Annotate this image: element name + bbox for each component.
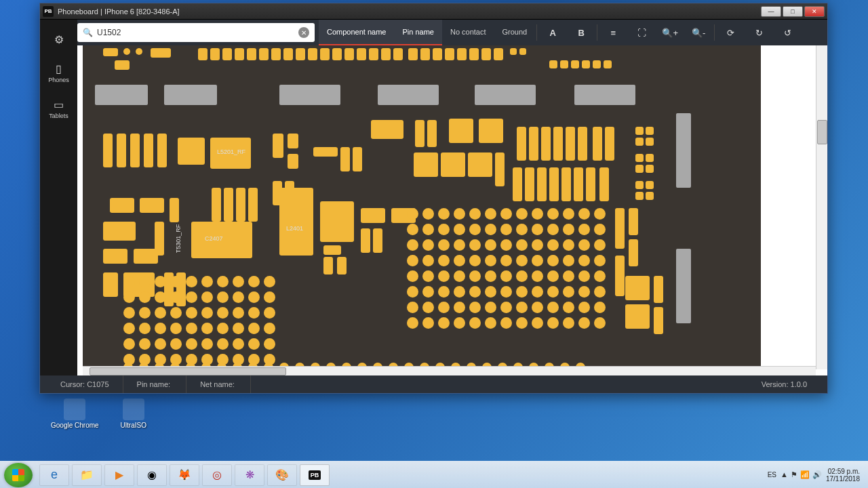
bga-pad[interactable]	[264, 291, 275, 303]
bga-pad[interactable]	[201, 291, 213, 303]
pcb-board[interactable]: L5201_RF	[83, 45, 761, 369]
bga-pad[interactable]	[155, 276, 166, 287]
horizontal-scrollbar[interactable]	[83, 366, 816, 375]
bga-pad[interactable]	[454, 224, 465, 235]
bga-pad[interactable]	[217, 291, 229, 303]
bga-pad[interactable]	[422, 208, 434, 220]
bga-pad[interactable]	[485, 286, 496, 298]
bga-pad[interactable]	[422, 224, 434, 235]
bga-pad[interactable]	[516, 302, 528, 313]
bga-pad[interactable]	[123, 323, 135, 334]
bga-pad[interactable]	[500, 208, 512, 220]
bga-pad[interactable]	[407, 317, 418, 329]
bga-pad[interactable]	[139, 307, 151, 319]
bga-pad[interactable]	[578, 208, 590, 220]
bga-pad[interactable]	[217, 307, 229, 319]
bga-pad[interactable]	[139, 323, 151, 334]
bga-pad[interactable]	[186, 338, 197, 350]
bga-pad[interactable]	[407, 270, 418, 282]
bga-pad[interactable]	[123, 291, 135, 303]
bga-pad[interactable]	[248, 323, 260, 334]
bga-pad[interactable]	[547, 270, 559, 282]
tray-clock[interactable]: 02:59 p.m. 17/11/2018	[826, 468, 860, 483]
bga-pad[interactable]	[264, 307, 275, 319]
bga-pad[interactable]	[264, 338, 275, 350]
bga-pad[interactable]	[155, 338, 166, 350]
bga-pad[interactable]	[233, 307, 244, 319]
bga-pad[interactable]	[454, 208, 465, 220]
bga-pad[interactable]	[139, 276, 151, 287]
bga-pad[interactable]	[407, 255, 418, 266]
bga-pad[interactable]	[469, 224, 481, 235]
bga-pad[interactable]	[123, 276, 135, 287]
search-input[interactable]	[97, 28, 298, 37]
bga-pad[interactable]	[438, 317, 450, 329]
bga-pad[interactable]	[516, 224, 528, 235]
bga-pad[interactable]	[170, 276, 182, 287]
minimize-button[interactable]: —	[761, 6, 781, 17]
bga-pad[interactable]	[217, 338, 229, 350]
tray-lang[interactable]: ES	[768, 471, 776, 479]
undo-button[interactable]: ↺	[773, 20, 802, 45]
bga-pad[interactable]	[264, 276, 275, 287]
bga-pad[interactable]	[438, 270, 450, 282]
bga-pad[interactable]	[155, 307, 166, 319]
bga-pad[interactable]	[217, 276, 229, 287]
system-tray[interactable]: ES ▲ ⚑ 📶 🔊 02:59 p.m. 17/11/2018	[768, 468, 864, 483]
search-box[interactable]: 🔍 ✕	[77, 23, 315, 42]
bga-pad[interactable]	[516, 208, 528, 220]
bga-pad[interactable]	[123, 307, 135, 319]
bga-pad[interactable]	[248, 338, 260, 350]
bga-pad[interactable]	[594, 208, 606, 220]
align-button[interactable]: ≡	[599, 20, 627, 45]
bga-pad[interactable]	[407, 286, 418, 298]
bga-pad[interactable]	[233, 323, 244, 334]
rail-settings[interactable]: ⚙	[40, 29, 77, 52]
maximize-button[interactable]: □	[783, 6, 803, 17]
bga-pad[interactable]	[547, 286, 559, 298]
bga-pad[interactable]	[422, 317, 434, 329]
redo-button[interactable]: ↻	[745, 20, 773, 45]
bga-pad[interactable]	[438, 255, 450, 266]
bga-pad[interactable]	[186, 276, 197, 287]
bga-pad[interactable]	[563, 224, 574, 235]
rail-tablets[interactable]: ▭ Tablets	[40, 94, 77, 123]
tab-no-contact[interactable]: No contact	[442, 20, 494, 45]
taskbar-app3[interactable]: 🎨	[267, 464, 297, 486]
bga-pad[interactable]	[532, 317, 543, 329]
bga-pad[interactable]	[438, 286, 450, 298]
bga-pad[interactable]	[155, 291, 166, 303]
bga-pad[interactable]	[563, 286, 574, 298]
bga-pad[interactable]	[532, 255, 543, 266]
bga-pad[interactable]	[594, 224, 606, 235]
bga-pad[interactable]	[407, 302, 418, 313]
rail-phones[interactable]: ▯ Phones	[40, 58, 77, 87]
desktop-icon-chrome[interactable]: Google Chrome	[51, 399, 99, 429]
fullscreen-button[interactable]: ⛶	[627, 20, 656, 45]
bga-pad[interactable]	[469, 255, 481, 266]
bga-pad[interactable]	[594, 302, 606, 313]
bga-pad[interactable]	[469, 270, 481, 282]
bga-pad[interactable]	[454, 286, 465, 298]
bga-pad[interactable]	[516, 270, 528, 282]
bga-pad[interactable]	[469, 317, 481, 329]
taskbar-firefox[interactable]: 🦊	[170, 464, 199, 486]
bga-pad[interactable]	[469, 286, 481, 298]
bga-pad[interactable]	[485, 317, 496, 329]
bga-pad[interactable]	[233, 291, 244, 303]
bga-pad[interactable]	[500, 270, 512, 282]
bga-pad[interactable]	[170, 291, 182, 303]
bga-pad[interactable]	[563, 255, 574, 266]
bga-pad[interactable]	[454, 317, 465, 329]
tab-ground[interactable]: Ground	[494, 20, 536, 45]
bga-pad[interactable]	[139, 291, 151, 303]
tray-network-icon[interactable]: 📶	[800, 470, 810, 479]
bga-pad[interactable]	[485, 255, 496, 266]
bga-pad[interactable]	[217, 323, 229, 334]
bga-pad[interactable]	[407, 208, 418, 220]
bga-pad[interactable]	[547, 302, 559, 313]
bga-pad[interactable]	[155, 323, 166, 334]
bga-pad[interactable]	[422, 286, 434, 298]
bga-pad[interactable]	[578, 255, 590, 266]
bga-pad[interactable]	[594, 255, 606, 266]
